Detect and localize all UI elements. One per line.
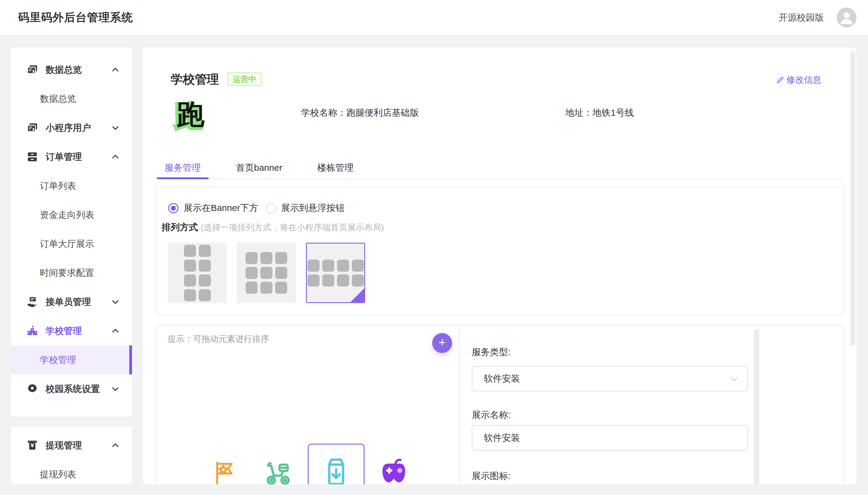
radio-label: 展示在Banner下方 (184, 202, 258, 214)
form-scrollbar[interactable] (754, 329, 759, 484)
svg-text:¥: ¥ (31, 443, 34, 448)
grid-preview (184, 245, 211, 301)
drag-hint: 提示：可拖动元素进行排序 (167, 333, 269, 345)
grid-preview (307, 260, 364, 287)
chevron-down-icon (110, 123, 121, 133)
main-scrollbar[interactable] (850, 51, 855, 346)
user-avatar[interactable] (837, 7, 856, 28)
layout-option-3x3[interactable] (237, 243, 296, 303)
school-address: 地址：地铁1号线 (565, 107, 634, 119)
main-content: 学校管理 运营中 修改信息 跑 跑 学校名称：跑腿便利店基础版 地址：地铁1号线… (143, 48, 856, 484)
sidebar-item-label: 校园系统设置 (46, 383, 100, 395)
package-icon (320, 452, 353, 484)
sidebar-item-label: 提现列表 (40, 468, 76, 481)
display-position-radios: 展示在Banner下方 展示到悬浮按钮 (168, 202, 344, 214)
sidebar-withdraw-section: ¥ 提现管理 提现列表 (11, 427, 132, 484)
service-type-label: 服务类型: (472, 346, 510, 358)
display-name-value: 软件安装 (484, 432, 520, 444)
grid-preview (246, 252, 287, 294)
tab-service-management[interactable]: 服务管理 (157, 160, 209, 179)
sidebar-item-label: 数据总览 (46, 64, 82, 76)
edit-info-link[interactable]: 修改信息 (776, 74, 821, 86)
withdraw-icon: ¥ (26, 439, 39, 452)
sidebar-item-label: 时间要求配置 (40, 267, 94, 279)
tab-bar: 服务管理 首页banner 楼栋管理 (156, 160, 844, 179)
service-type-select[interactable]: 软件安装 (472, 366, 748, 391)
chevron-down-icon (110, 384, 121, 394)
sidebar-item-label: 学校管理 (40, 354, 76, 366)
sidebar-item-label: 接单员管理 (46, 296, 91, 308)
school-name: 学校名称：跑腿便利店基础版 (301, 107, 419, 119)
app-header: 码里码外后台管理系统 开源校园版 (0, 0, 868, 36)
radio-floating-button[interactable] (266, 203, 276, 214)
chevron-up-icon (110, 152, 121, 162)
package-icon-selected[interactable] (308, 444, 365, 484)
sidebar-item-label: 订单列表 (40, 180, 76, 192)
scooter-icon[interactable] (262, 455, 294, 484)
edition-label: 开源校园版 (779, 12, 824, 24)
sidebar-item-campus-system-settings[interactable]: 校园系统设置 (11, 374, 132, 404)
sidebar-item-school-management[interactable]: 学校管理 (11, 317, 132, 345)
hand-document-icon (26, 295, 39, 309)
arrange-title: 排列方式 (162, 221, 198, 234)
sidebar-item-data-overview[interactable]: 数据总览 (11, 55, 132, 84)
sidebar-item-order-taker-management[interactable]: 接单员管理 (11, 287, 132, 317)
flag-icon[interactable] (210, 456, 239, 484)
page-title: 学校管理 (171, 71, 219, 88)
id-card-icon (26, 121, 39, 135)
tab-home-banner[interactable]: 首页banner (228, 160, 290, 179)
layout-options (167, 243, 365, 303)
arrange-note: (选择一项排列方式，将在小程序端首页展示布局) (201, 222, 384, 233)
page-title-row: 学校管理 运营中 (171, 71, 262, 88)
arrange-heading: 排列方式 (选择一项排列方式，将在小程序端首页展示布局) (162, 221, 384, 234)
sidebar-item-fund-flow-list[interactable]: 资金走向列表 (11, 200, 132, 229)
gamepad-icon[interactable] (377, 453, 410, 484)
service-editor-panel: 提示：可拖动元素进行排序 + (156, 325, 844, 484)
sidebar-item-withdraw-list[interactable]: 提现列表 (11, 460, 132, 484)
panel-divider (459, 325, 460, 484)
sidebar-item-order-management[interactable]: 订单管理 (11, 142, 132, 171)
sidebar-item-label: 提现管理 (46, 439, 82, 452)
display-icon-label: 展示图标: (472, 470, 510, 482)
chevron-down-icon (729, 374, 740, 387)
edit-info-label: 修改信息 (786, 74, 821, 86)
header-right: 开源校园版 (779, 0, 856, 35)
school-logo: 跑 跑 (177, 99, 207, 130)
radio-banner-below[interactable] (168, 203, 178, 214)
layout-option-2x4[interactable] (167, 243, 227, 303)
sidebar-item-label: 小程序用户 (46, 122, 91, 134)
sidebar-item-label: 学校管理 (46, 325, 82, 337)
id-card-icon (26, 63, 39, 76)
chevron-up-icon (110, 326, 121, 336)
sidebar-item-label: 资金走向列表 (40, 209, 94, 221)
school-building-icon (26, 324, 39, 338)
sidebar-item-time-requirement-config[interactable]: 时间要求配置 (11, 258, 132, 287)
person-icon (837, 7, 856, 28)
display-name-input[interactable]: 软件安装 (472, 425, 748, 450)
tab-building-management[interactable]: 楼栋管理 (309, 160, 361, 179)
pencil-icon (776, 75, 785, 85)
sidebar-item-label: 数据总览 (40, 93, 76, 105)
app-title: 码里码外后台管理系统 (18, 0, 133, 35)
sidebar-item-data-overview-sub[interactable]: 数据总览 (11, 84, 132, 113)
display-name-label: 展示名称: (472, 409, 510, 421)
drawers-icon (26, 150, 39, 164)
sidebar: 数据总览 数据总览 小程序用户 订单管理 订单列表 资金走向列表 (11, 48, 132, 416)
sidebar-item-order-list[interactable]: 订单列表 (11, 171, 132, 200)
gear-icon (26, 382, 39, 396)
service-type-value: 软件安装 (484, 373, 520, 385)
sidebar-item-withdraw-management[interactable]: ¥ 提现管理 (11, 431, 132, 460)
sidebar-item-order-hall-display[interactable]: 订单大厅展示 (11, 229, 132, 258)
sidebar-item-label: 订单管理 (46, 151, 82, 163)
layout-option-4x2-selected[interactable] (306, 243, 365, 303)
chevron-up-icon (110, 440, 121, 450)
sidebar-item-label: 订单大厅展示 (40, 238, 94, 250)
sidebar-item-school-management-sub[interactable]: 学校管理 (11, 345, 132, 374)
chevron-down-icon (110, 297, 121, 307)
sidebar-item-miniprogram-users[interactable]: 小程序用户 (11, 113, 132, 142)
chevron-up-icon (110, 65, 121, 75)
radio-label: 展示到悬浮按钮 (281, 202, 344, 214)
display-options-panel: 展示在Banner下方 展示到悬浮按钮 排列方式 (选择一项排列方式，将在小程序… (156, 187, 844, 315)
status-badge: 运营中 (227, 72, 262, 86)
add-service-button[interactable]: + (432, 333, 452, 353)
